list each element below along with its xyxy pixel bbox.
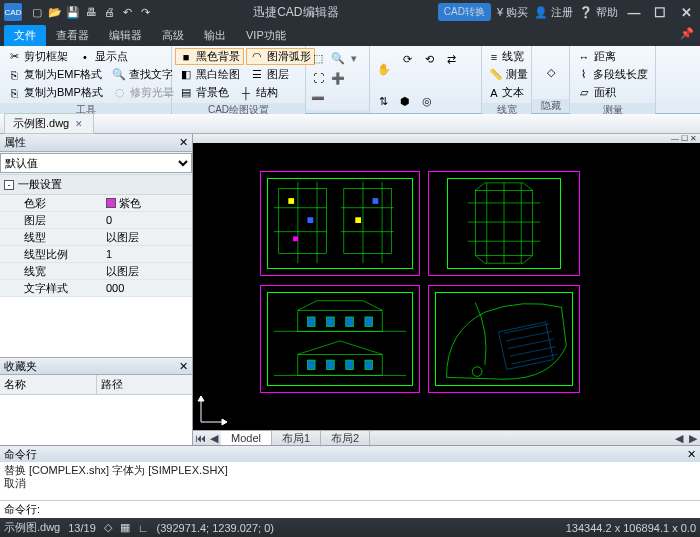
help-button[interactable]: ❔帮助 xyxy=(579,5,618,20)
collapse-icon[interactable]: - xyxy=(4,180,14,190)
dropdown-icon[interactable]: ▾ xyxy=(349,49,359,67)
structure-button[interactable]: ┼结构 xyxy=(235,84,282,101)
background-color-button[interactable]: ▤背景色 xyxy=(175,84,233,101)
prop-row-layer[interactable]: 图层0 xyxy=(0,212,192,229)
properties-close-icon[interactable]: ✕ xyxy=(179,136,188,149)
pan-button[interactable]: ✋ xyxy=(373,49,395,89)
scissors-icon: ✂ xyxy=(7,50,21,64)
measure-button[interactable]: 📏测量 xyxy=(485,66,528,83)
black-bg-button[interactable]: ■黑色背景 xyxy=(175,48,244,65)
buy-button[interactable]: ¥购买 xyxy=(497,5,528,20)
lineweight-button[interactable]: ≡线宽 xyxy=(485,48,528,65)
svg-rect-35 xyxy=(499,322,554,369)
minimize-icon[interactable]: — xyxy=(624,5,644,20)
flip-v-icon[interactable]: ⇅ xyxy=(373,91,393,111)
select-icon[interactable]: ⬚ xyxy=(309,49,327,67)
command-log: 替换 [COMPLEX.shx] 字体为 [SIMPLEX.SHX] 取消 xyxy=(0,462,700,500)
layout-tab-model[interactable]: Model xyxy=(221,431,272,445)
area-button[interactable]: ▱面积 xyxy=(573,84,652,101)
save-icon[interactable]: 💾 xyxy=(64,3,82,21)
prop-row-lineweight[interactable]: 线宽以图层 xyxy=(0,263,192,280)
close-icon[interactable]: ✕ xyxy=(676,5,696,20)
rotate-cw-icon[interactable]: ⟳ xyxy=(397,49,417,69)
status-grid-icon[interactable]: ▦ xyxy=(120,521,130,534)
menu-vip[interactable]: VIP功能 xyxy=(236,25,296,46)
register-button[interactable]: 👤注册 xyxy=(534,5,573,20)
canvas[interactable] xyxy=(193,143,700,430)
layers-button[interactable]: ☰图层 xyxy=(246,66,293,83)
distance-button[interactable]: ↔距离 xyxy=(573,48,652,65)
canvas-minimize-icon[interactable]: — xyxy=(671,134,679,143)
svg-rect-33 xyxy=(365,360,373,370)
app-logo-icon: CAD xyxy=(4,3,22,21)
saveall-icon[interactable]: 🖶 xyxy=(82,3,100,21)
favorites-columns: 名称 路径 xyxy=(0,375,192,395)
status-snap-icon[interactable]: ◇ xyxy=(104,521,112,534)
text-icon: A xyxy=(489,86,499,100)
show-points-button[interactable]: •显示点 xyxy=(74,48,132,65)
new-icon[interactable]: ▢ xyxy=(28,3,46,21)
prop-row-color[interactable]: 色彩紫色 xyxy=(0,195,192,212)
command-input[interactable] xyxy=(44,504,696,516)
fav-col-name[interactable]: 名称 xyxy=(0,375,97,394)
redo-icon[interactable]: ↷ xyxy=(136,3,154,21)
menu-file[interactable]: 文件 xyxy=(4,25,46,46)
favorites-close-icon[interactable]: ✕ xyxy=(179,360,188,373)
layout-tab-1[interactable]: 布局1 xyxy=(272,430,321,447)
flip-h-icon[interactable]: ⇄ xyxy=(441,49,461,69)
fav-col-path[interactable]: 路径 xyxy=(97,375,193,394)
properties-filter-select[interactable]: 默认值 xyxy=(0,153,192,173)
svg-rect-32 xyxy=(346,360,354,370)
properties-panel: 属性 ✕ 默认值 - 一般设置 色彩紫色 图层0 线型以图层 线型比例1 线宽以… xyxy=(0,134,193,445)
svg-line-37 xyxy=(506,331,552,341)
print-icon[interactable]: 🖨 xyxy=(100,3,118,21)
status-extents: 134344.2 x 106894.1 x 0.0 xyxy=(566,522,696,534)
command-close-icon[interactable]: ✕ xyxy=(687,448,696,461)
text-button[interactable]: A文本 xyxy=(485,84,528,101)
copy-emf-button[interactable]: ⎘复制为EMF格式 xyxy=(3,66,106,83)
prop-row-textstyle[interactable]: 文字样式000 xyxy=(0,280,192,297)
smooth-arc-button[interactable]: ◠图滑弧形 xyxy=(246,48,315,65)
svg-rect-13 xyxy=(373,198,379,204)
ruler-icon: 📏 xyxy=(489,68,503,82)
menu-advanced[interactable]: 高级 xyxy=(152,25,194,46)
prop-row-linescale[interactable]: 线型比例1 xyxy=(0,246,192,263)
layout-tab-2[interactable]: 布局2 xyxy=(321,430,370,447)
cut-frame-button[interactable]: ✂剪切框架 xyxy=(3,48,72,65)
open-icon[interactable]: 📂 xyxy=(46,3,64,21)
trim-halo-button: ◌修剪光晕 xyxy=(109,84,178,101)
properties-group-header[interactable]: - 一般设置 xyxy=(0,174,192,195)
document-tab[interactable]: 示例图.dwg ✕ xyxy=(4,113,94,134)
zoom-out-icon[interactable]: ➖ xyxy=(309,89,327,107)
zoom-in-icon[interactable]: ➕ xyxy=(329,69,347,87)
pin-icon[interactable]: 📌 xyxy=(680,27,696,43)
undo-icon[interactable]: ↶ xyxy=(118,3,136,21)
hide-button[interactable]: ◇ xyxy=(540,53,562,93)
canvas-close-icon[interactable]: ✕ xyxy=(690,134,697,143)
tab-first-icon[interactable]: ⏮ xyxy=(193,432,207,444)
scroll-left-icon[interactable]: ◀ xyxy=(672,432,686,445)
bw-draw-button[interactable]: ◧黑白绘图 xyxy=(175,66,244,83)
menu-viewer[interactable]: 查看器 xyxy=(46,25,99,46)
menu-editor[interactable]: 编辑器 xyxy=(99,25,152,46)
orbit-icon[interactable]: ◎ xyxy=(417,91,437,111)
find-text-button[interactable]: 🔍查找文字 xyxy=(108,66,177,83)
cad-convert-button[interactable]: CAD转换 xyxy=(438,3,491,21)
svg-rect-11 xyxy=(355,217,361,223)
user-icon: 👤 xyxy=(534,6,548,19)
tab-prev-icon[interactable]: ◀ xyxy=(207,432,221,445)
tab-close-icon[interactable]: ✕ xyxy=(73,118,85,130)
app-title: 迅捷CAD编辑器 xyxy=(154,4,438,21)
zoom-window-icon[interactable]: 🔍 xyxy=(329,49,347,67)
menu-output[interactable]: 输出 xyxy=(194,25,236,46)
polyline-length-button[interactable]: ⌇多段线长度 xyxy=(573,66,652,83)
zoom-fit-icon[interactable]: ⛶ xyxy=(309,69,327,87)
view3d-icon[interactable]: ⬢ xyxy=(395,91,415,111)
status-ortho-icon[interactable]: ∟ xyxy=(138,522,149,534)
canvas-maximize-icon[interactable]: ☐ xyxy=(681,134,688,143)
prop-row-linetype[interactable]: 线型以图层 xyxy=(0,229,192,246)
copy-bmp-button[interactable]: ⎘复制为BMP格式 xyxy=(3,84,107,101)
scroll-right-icon[interactable]: ▶ xyxy=(686,432,700,445)
rotate-ccw-icon[interactable]: ⟲ xyxy=(419,49,439,69)
maximize-icon[interactable]: ☐ xyxy=(650,5,670,20)
